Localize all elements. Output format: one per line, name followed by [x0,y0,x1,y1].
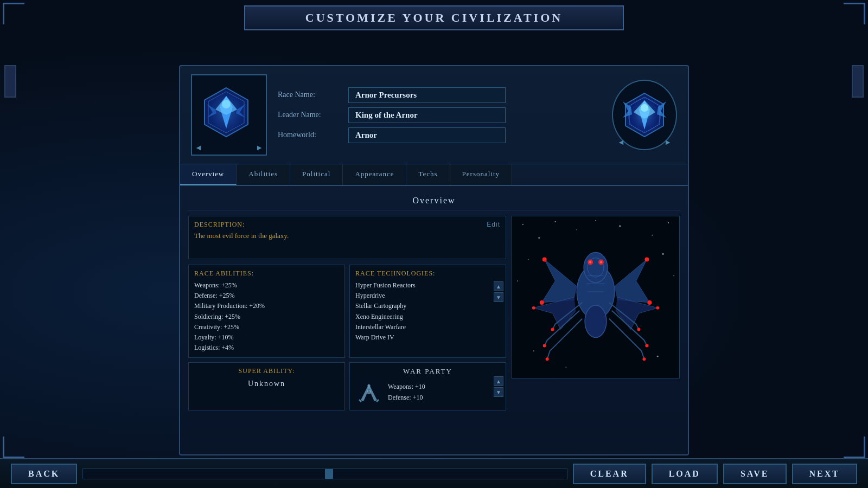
overview-left: Description: The most evil force in the … [188,216,506,410]
svg-point-4 [222,100,231,108]
corner-decoration-bl [3,436,24,458]
tech-1: Hyperdrive [355,291,500,301]
progress-bar [82,468,567,479]
tab-personality[interactable]: Personality [450,164,513,185]
abilities-box: Race Abilities: Weapons: +25% Defense: +… [188,265,345,358]
tech-scroll-down[interactable]: ▼ [494,292,503,302]
svg-point-9 [641,104,648,112]
edit-description-button[interactable]: Edit [487,221,500,228]
ability-military: Military Production: +20% [194,301,339,311]
svg-point-24 [517,280,518,281]
technologies-box: Race Technologies: Hyper Fusion Reactors… [349,265,506,358]
race-emblem-right [620,91,669,139]
save-button[interactable]: Save [723,464,787,484]
icon-nav-left: ◄ ► [192,143,266,152]
super-ability-label: Super Ability: [194,367,339,375]
race-name-input[interactable] [348,87,506,103]
abilities-label: Race Abilities: [194,269,339,278]
ability-weapons: Weapons: +25% [194,280,339,291]
svg-point-23 [662,253,664,255]
svg-point-46 [647,300,652,305]
icon-prev-right[interactable]: ◄ [617,138,625,146]
war-party-defense: Defense: +10 [388,392,425,403]
ability-loyalty: Loyalty: +10% [194,332,339,343]
ability-logistics: Logistics: +4% [194,343,339,353]
svg-point-16 [555,221,556,222]
svg-point-31 [585,305,607,338]
svg-point-42 [542,257,547,261]
abilities-techs-row: Race Abilities: Weapons: +25% Defense: +… [188,265,506,358]
corner-decoration-tl [3,3,24,24]
svg-point-37 [543,344,546,347]
race-icon-left [199,85,259,145]
svg-point-45 [644,257,649,261]
tech-3: Xeno Engineering [355,312,500,322]
overview-title: Overview [188,191,680,210]
side-decoration-left [4,65,16,98]
race-name-label: Race Name: [278,91,343,99]
content-area: Overview Description: The most evil forc… [180,186,688,416]
icon-prev-left[interactable]: ◄ [195,143,202,152]
svg-point-26 [533,350,534,351]
leader-name-row: Leader Name: [278,107,601,123]
svg-point-40 [645,344,648,347]
homeworld-row: Homeworld: [278,127,601,143]
war-party-scroll-up[interactable]: ▲ [494,376,503,386]
icon-next-right[interactable]: ► [664,138,672,146]
back-button[interactable]: Back [11,464,77,484]
progress-thumb [325,469,333,479]
next-button[interactable]: Next [792,464,857,484]
svg-point-39 [637,328,640,331]
svg-point-41 [642,357,646,361]
tech-scroll-buttons: ▲ ▼ [494,281,503,302]
svg-point-36 [551,328,554,331]
spaceship-display-area [512,216,680,378]
ability-creativity: Creativity: +25% [194,322,339,332]
clear-button[interactable]: Clear [573,464,646,484]
svg-point-38 [546,357,549,361]
tab-abilities[interactable]: Abilities [237,164,290,185]
corner-decoration-br [844,436,865,458]
tech-2: Stellar Cartography [355,301,500,311]
race-header: ◄ ► Race Name: Leader Name: Homeworld: [180,66,688,164]
tech-scroll-up[interactable]: ▲ [494,281,503,291]
war-party-scroll-down[interactable]: ▼ [494,387,503,397]
race-icon-right-container: ◄ ► [612,80,677,150]
svg-point-15 [538,237,540,239]
description-label: Description: [194,221,500,229]
race-fields: Race Name: Leader Name: Homeworld: [278,82,601,149]
svg-point-27 [657,356,659,357]
icon-next-left[interactable]: ► [256,143,263,152]
homeworld-input[interactable] [348,127,506,143]
ability-soldiering: Soldiering: +25% [194,312,339,322]
tab-political[interactable]: Political [290,164,343,185]
tab-overview[interactable]: Overview [180,164,237,185]
super-ability-box: Super Ability: Unknown [188,362,345,410]
war-party-content: Weapons: +10 Defense: +10 [355,378,500,406]
svg-point-21 [595,220,596,221]
leader-name-input[interactable] [348,107,506,123]
overview-grid: Description: The most evil force in the … [188,216,680,410]
load-button[interactable]: Load [652,464,718,484]
war-party-icon [355,378,382,406]
side-decoration-right [852,65,864,98]
bottom-bar: Back Clear Load Save Next [0,458,868,488]
tabs-row: Overview Abilities Political Appearance … [180,164,688,186]
svg-point-43 [540,300,544,305]
tab-appearance[interactable]: Appearance [343,164,406,185]
leader-name-label: Leader Name: [278,111,343,119]
title-bar: CUSTOMIZE YOUR CIVILIZATION [244,5,624,30]
race-emblem-left [199,85,253,139]
war-party-box: War Party [349,362,506,410]
corner-decoration-tr [844,3,865,24]
tech-4: Interstellar Warfare [355,322,500,332]
svg-point-22 [528,259,529,260]
war-party-weapons: Weapons: +10 [388,381,425,392]
svg-point-44 [532,306,535,310]
main-panel: ◄ ► Race Name: Leader Name: Homeworld: [179,65,689,455]
svg-point-25 [673,275,674,276]
svg-point-47 [656,306,659,310]
svg-point-12 [367,390,371,394]
ability-defense: Defense: +25% [194,291,339,301]
tab-techs[interactable]: Techs [406,164,450,185]
